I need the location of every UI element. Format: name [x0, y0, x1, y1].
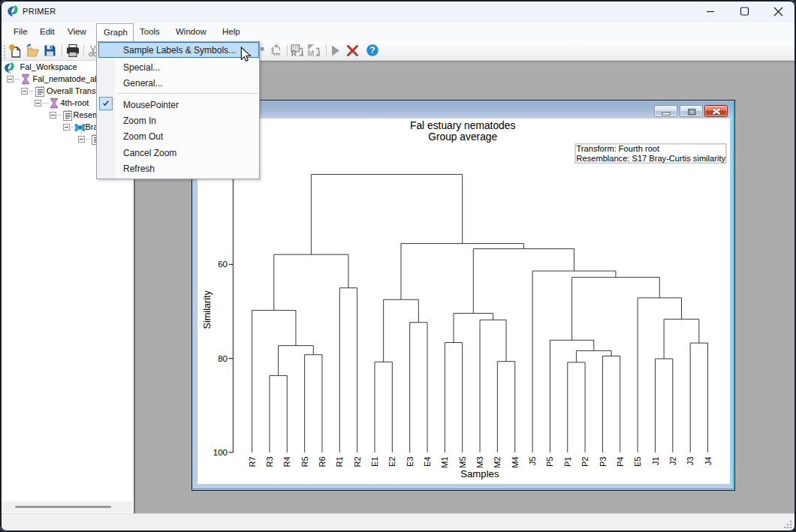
- svg-text:E4: E4: [423, 457, 432, 467]
- svg-text:E1: E1: [370, 457, 379, 467]
- svg-text:J3: J3: [686, 457, 695, 466]
- svg-text:P3: P3: [599, 457, 608, 467]
- svg-text:M4: M4: [511, 457, 520, 468]
- svg-text:R5: R5: [300, 457, 309, 467]
- svg-text:E3: E3: [406, 457, 415, 467]
- svg-text:J1: J1: [651, 457, 660, 466]
- svg-text:J2: J2: [668, 457, 677, 466]
- svg-text:R1: R1: [335, 457, 344, 467]
- svg-text:J4: J4: [704, 457, 713, 466]
- svg-text:100: 100: [213, 448, 228, 457]
- svg-text:P4: P4: [616, 457, 625, 467]
- svg-text:80: 80: [218, 354, 228, 363]
- svg-text:P1: P1: [563, 457, 572, 467]
- svg-text:Transform: Fourth root: Transform: Fourth root: [577, 144, 660, 153]
- svg-text:M5: M5: [458, 457, 467, 468]
- svg-text:R3: R3: [265, 457, 274, 467]
- svg-text:60: 60: [218, 260, 228, 269]
- svg-text:Resemblance: S17 Bray-Curtis s: Resemblance: S17 Bray-Curtis similarity: [577, 154, 726, 163]
- svg-text:R7: R7: [248, 457, 257, 467]
- svg-text:M2: M2: [493, 457, 502, 468]
- svg-text:R2: R2: [353, 457, 362, 467]
- svg-text:M3: M3: [475, 457, 484, 468]
- svg-text:P5: P5: [545, 457, 554, 467]
- svg-text:R4: R4: [282, 457, 291, 467]
- svg-text:Similarity: Similarity: [202, 290, 213, 329]
- svg-text:Fal estuary nematodes: Fal estuary nematodes: [410, 120, 515, 131]
- svg-text:E5: E5: [633, 457, 642, 467]
- svg-text:J5: J5: [528, 457, 537, 466]
- svg-text:Group average: Group average: [428, 131, 497, 143]
- svg-text:E2: E2: [387, 457, 396, 467]
- svg-text:R6: R6: [318, 457, 327, 467]
- svg-text:Samples: Samples: [460, 468, 499, 479]
- svg-text:P2: P2: [580, 457, 589, 467]
- svg-text:M1: M1: [440, 457, 449, 468]
